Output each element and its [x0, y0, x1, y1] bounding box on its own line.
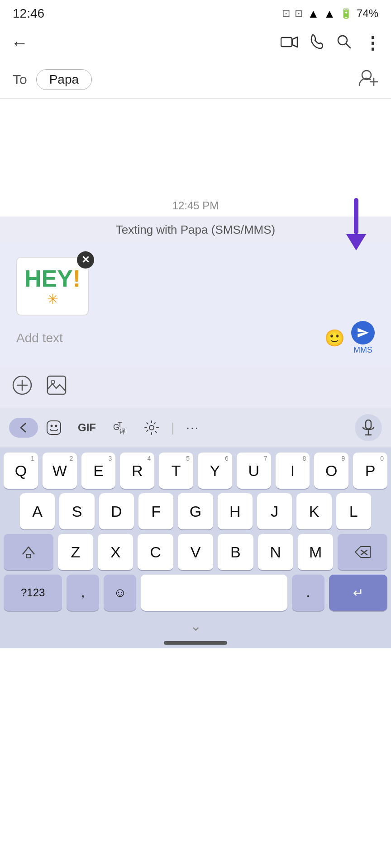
keyboard-area: GIF G 译 | ···	[0, 408, 391, 648]
num-key[interactable]: ?123	[4, 575, 62, 611]
key-h[interactable]: H	[218, 493, 253, 529]
mic-button[interactable]	[355, 414, 382, 441]
phone-icon[interactable]	[310, 34, 324, 53]
send-button[interactable]: MMS	[351, 321, 375, 355]
key-row-2: A S D F G H J K L	[4, 493, 387, 529]
bottom-toolbar	[0, 367, 391, 408]
key-e[interactable]: E3	[81, 453, 116, 489]
key-d[interactable]: D	[99, 493, 134, 529]
key-q[interactable]: Q1	[4, 453, 38, 489]
svg-point-13	[51, 425, 53, 427]
chevron-down-icon[interactable]: ⌄	[0, 613, 391, 635]
status-icons: ⊡ ⊡ ▲ ▲ 🔋 74%	[282, 7, 378, 21]
gif-button[interactable]: GIF	[70, 418, 104, 438]
enter-key[interactable]: ↵	[329, 575, 387, 611]
add-attachment-button[interactable]	[8, 371, 36, 403]
key-i[interactable]: I8	[276, 453, 310, 489]
chat-timestamp: 12:45 PM	[0, 191, 391, 217]
key-w[interactable]: W2	[43, 453, 77, 489]
action-icons: ⋮	[281, 33, 380, 53]
search-icon[interactable]	[337, 34, 351, 52]
battery-icon: 🔋	[340, 8, 352, 19]
emoji-face-key[interactable]: ☺	[104, 575, 136, 611]
action-bar: ← ⋮	[0, 25, 391, 61]
sms-type-banner: Texting with Papa (SMS/MMS)	[0, 217, 391, 243]
account-icon-2: ⊡	[295, 8, 303, 19]
add-contact-icon[interactable]	[358, 69, 378, 90]
sticker-button[interactable]	[38, 416, 70, 439]
key-u[interactable]: U7	[237, 453, 271, 489]
key-t[interactable]: T5	[159, 453, 193, 489]
chat-area: 12:45 PM Texting with Papa (SMS/MMS)	[0, 99, 391, 243]
compose-area: HEY! ✳ ✕ Add text 🙂 MMS	[0, 243, 391, 367]
key-v[interactable]: V	[178, 534, 213, 570]
shift-key[interactable]	[4, 534, 53, 570]
svg-rect-20	[366, 420, 371, 429]
space-key[interactable]	[141, 575, 287, 611]
gif-preview: HEY! ✳	[16, 257, 89, 316]
keyboard-toolbar: GIF G 译 | ···	[0, 408, 391, 448]
key-c[interactable]: C	[138, 534, 173, 570]
status-time: 12:46	[13, 6, 44, 21]
svg-text:G: G	[113, 423, 119, 432]
keyboard-back-button[interactable]	[9, 418, 38, 438]
key-r[interactable]: R4	[120, 453, 154, 489]
key-l[interactable]: L	[336, 493, 371, 529]
mms-label: MMS	[353, 345, 372, 355]
signal-icon: ▲	[324, 7, 335, 21]
compose-wrapper: HEY! ✳ ✕ Add text 🙂 MMS	[0, 243, 391, 408]
gesture-pill	[164, 641, 227, 645]
gif-label: GIF	[78, 421, 96, 434]
emoji-button[interactable]: 🙂	[324, 329, 345, 348]
recipient-chip[interactable]: Papa	[36, 69, 92, 90]
video-call-icon[interactable]	[281, 34, 298, 52]
compose-input-row: Add text 🙂 MMS	[16, 321, 375, 355]
key-s[interactable]: S	[59, 493, 94, 529]
svg-point-11	[51, 380, 55, 384]
key-j[interactable]: J	[257, 493, 292, 529]
battery-percent: 74%	[357, 7, 378, 20]
svg-rect-23	[26, 554, 31, 558]
account-icon-1: ⊡	[282, 8, 290, 19]
comma-key[interactable]: ,	[67, 575, 99, 611]
back-button[interactable]: ←	[11, 30, 35, 57]
svg-rect-0	[281, 38, 292, 47]
remove-gif-button[interactable]: ✕	[77, 251, 94, 269]
translate-button[interactable]: G 译	[104, 416, 136, 439]
key-m[interactable]: M	[298, 534, 333, 570]
period-key[interactable]: .	[292, 575, 324, 611]
key-n[interactable]: N	[258, 534, 293, 570]
key-g[interactable]: G	[178, 493, 213, 529]
key-f[interactable]: F	[138, 493, 173, 529]
purple-arrow-annotation	[346, 198, 366, 250]
key-row-3: Z X C V B N M	[4, 534, 387, 570]
settings-button[interactable]	[136, 416, 167, 439]
key-a[interactable]: A	[20, 493, 55, 529]
key-k[interactable]: K	[296, 493, 331, 529]
svg-rect-12	[47, 421, 61, 434]
key-p[interactable]: P0	[353, 453, 387, 489]
key-b[interactable]: B	[218, 534, 253, 570]
gif-preview-container: HEY! ✳ ✕	[16, 257, 89, 316]
key-x[interactable]: X	[98, 534, 133, 570]
to-row: To Papa	[0, 61, 391, 99]
key-z[interactable]: Z	[58, 534, 93, 570]
backspace-key[interactable]	[338, 534, 387, 570]
key-row-4: ?123 , ☺ . ↵	[4, 575, 387, 611]
more-options-keyboard-button[interactable]: ···	[178, 417, 207, 439]
gesture-bar	[0, 635, 391, 648]
more-options-icon[interactable]: ⋮	[364, 33, 380, 53]
key-o[interactable]: O9	[314, 453, 348, 489]
gallery-button[interactable]	[43, 371, 71, 403]
svg-point-14	[55, 425, 57, 427]
svg-point-19	[149, 425, 154, 430]
key-row-1: Q1 W2 E3 R4 T5 Y6 U7 I8 O9 P0	[4, 453, 387, 489]
status-bar: 12:46 ⊡ ⊡ ▲ ▲ 🔋 74%	[0, 0, 391, 25]
key-y[interactable]: Y6	[198, 453, 232, 489]
wifi-icon: ▲	[307, 7, 319, 21]
arrow-line	[354, 198, 358, 234]
message-input[interactable]: Add text	[16, 328, 318, 348]
key-rows: Q1 W2 E3 R4 T5 Y6 U7 I8 O9 P0 A S D F G …	[0, 448, 391, 613]
to-label: To	[13, 72, 27, 87]
svg-marker-1	[292, 37, 297, 47]
